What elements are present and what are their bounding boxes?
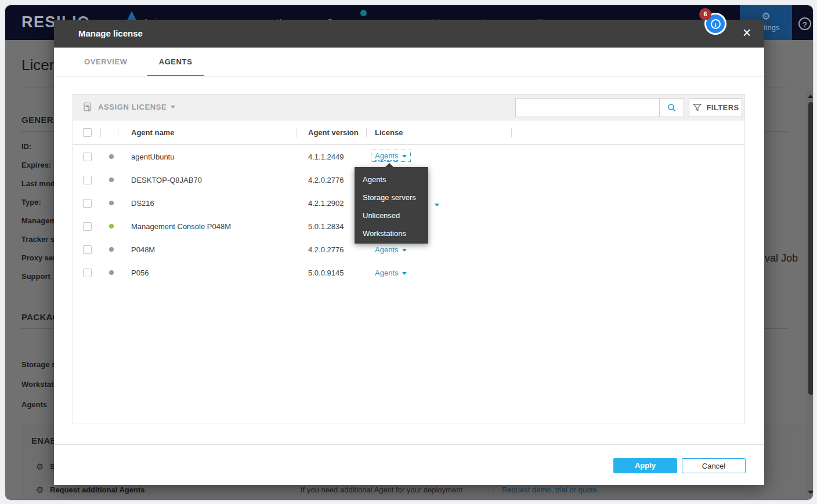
row-checkbox[interactable] [83,222,92,231]
close-icon[interactable]: × [739,25,755,41]
table-header-row: Agent name Agent version License [73,121,744,145]
filters-button[interactable]: FILTERS [689,98,742,117]
license-dropdown[interactable] [435,200,439,209]
cancel-button[interactable]: Cancel [682,458,746,473]
column-header-license[interactable]: License [375,128,403,137]
table-toolbar: ASSIGN LICENSE FILTERS [73,95,744,121]
manage-license-modal: Manage license × OVERVIEW AGENTS ASSIGN … [54,20,764,485]
row-checkbox[interactable] [83,176,92,184]
agent-name: P056 [131,269,149,277]
chevron-down-icon [435,204,439,206]
agent-version: 4.2.0.2776 [308,176,344,184]
app-window: RESILIO Active ⚙ Settings ? License GENE… [5,5,814,501]
status-dot [109,270,114,275]
row-checkbox[interactable] [83,245,92,254]
assign-license-icon [82,101,93,113]
tab-overview[interactable]: OVERVIEW [73,48,139,77]
column-header-agent-version[interactable]: Agent version [308,128,359,137]
chevron-down-icon [402,272,407,275]
search-icon [667,103,677,113]
menu-item-storage-servers[interactable]: Storage servers [355,188,428,206]
tab-agents[interactable]: AGENTS [147,48,204,77]
status-dot [109,201,114,205]
status-dot-badge [360,10,367,16]
search-input[interactable] [516,99,660,117]
modal-header: Manage license × [54,20,764,48]
funnel-icon [692,103,702,113]
modal-footer: Apply Cancel [54,444,764,485]
table-row: P056 5.0.0.9145 Agents [73,261,744,284]
search-button[interactable] [659,99,684,117]
row-checkbox[interactable] [83,153,92,161]
agents-table-panel: ASSIGN LICENSE FILTERS Agen [73,94,745,423]
status-dot [109,177,114,182]
agent-name: Management Console P048M [131,222,231,231]
chevron-down-icon [402,155,407,158]
status-dot [109,154,114,159]
license-dropdown[interactable]: Agents [375,269,407,277]
agent-version: 5.0.1.2834 [308,222,344,231]
license-dropdown[interactable]: Agents [371,150,410,161]
modal-tabs: OVERVIEW AGENTS [73,48,212,77]
license-dropdown[interactable]: Agents [375,245,407,254]
dropdown-caret-up [385,163,393,167]
chevron-down-icon [171,106,175,108]
table-row: agentUbuntu 4.1.1.2449 Agents [73,145,744,168]
menu-item-agents[interactable]: Agents [355,171,428,188]
agent-name: DS216 [131,199,154,208]
filters-label: FILTERS [707,103,739,112]
status-dot [109,224,114,229]
column-header-agent-name[interactable]: Agent name [131,128,174,137]
chevron-down-icon [402,249,407,252]
agent-version: 4.1.1.2449 [308,153,344,161]
info-icon: i [711,19,721,29]
menu-item-workstations[interactable]: Workstations [355,224,428,242]
help-icon[interactable]: ? [798,17,811,30]
assign-license-button[interactable]: ASSIGN LICENSE [82,101,175,113]
row-checkbox[interactable] [83,199,92,208]
notification-badge: 6 [699,8,711,20]
status-dot [109,247,114,252]
search-box [515,98,684,117]
agent-version: 4.2.0.2776 [308,245,344,254]
agent-version: 4.2.1.2902 [308,199,344,208]
modal-title: Manage license [78,28,143,38]
row-checkbox[interactable] [83,269,92,277]
agent-version: 5.0.0.9145 [308,269,344,277]
assign-license-label: ASSIGN LICENSE [98,103,167,111]
select-all-checkbox[interactable] [83,128,92,137]
agent-name: P048M [131,245,155,254]
apply-button[interactable]: Apply [613,458,677,473]
agent-name: agentUbuntu [131,153,174,161]
license-dropdown-menu: Agents Storage servers Unlicensed Workst… [355,167,428,244]
agent-name: DESKTOP-Q8JAB70 [131,176,202,184]
menu-item-unlicensed[interactable]: Unlicensed [355,206,428,224]
